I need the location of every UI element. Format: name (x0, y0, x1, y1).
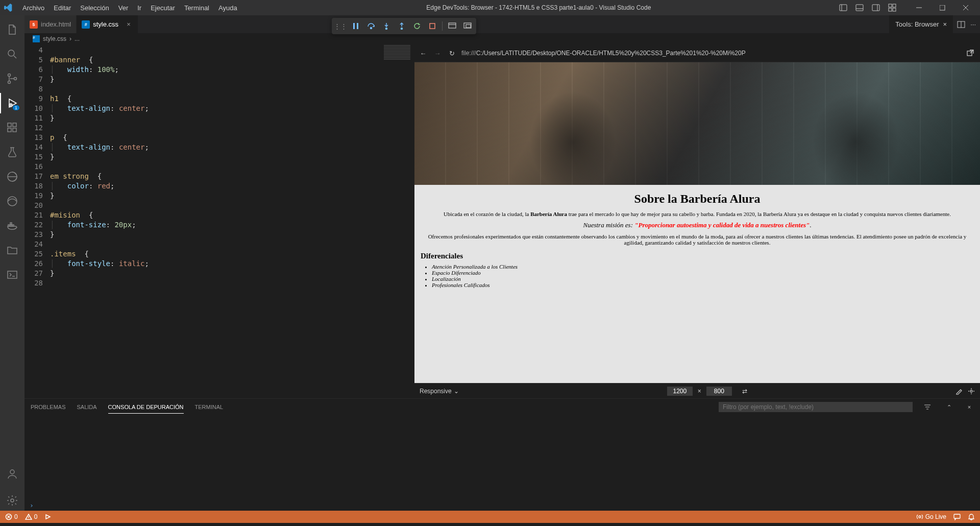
rendered-page[interactable]: Sobre la Barbería Alura Ubicada en el co… (414, 62, 980, 383)
chevron-down-icon: ⌄ (454, 388, 459, 395)
split-editor-icon[interactable] (957, 20, 965, 29)
menu-editar[interactable]: Editar (50, 2, 75, 14)
output-icon[interactable] (0, 265, 24, 285)
layout-toggle-right-icon[interactable] (869, 1, 883, 15)
svg-point-38 (386, 28, 387, 30)
pause-icon[interactable] (350, 20, 361, 32)
svg-rect-2 (856, 5, 863, 11)
layout-toggle-bottom-icon[interactable] (852, 1, 867, 15)
restart-icon[interactable] (411, 20, 423, 32)
menu-ayuda[interactable]: Ayuda (214, 2, 241, 14)
menu-bar: Archivo Editar Selección Ver Ir Ejecutar… (18, 2, 241, 14)
filter-settings-icon[interactable] (924, 403, 933, 411)
tab-index-html[interactable]: 5 index.html (24, 15, 77, 33)
panel-tab-problemas[interactable]: PROBLEMAS (31, 401, 65, 413)
list-item: Profesionales Calificados (432, 282, 980, 288)
line-gutter: 4567891011121314151617181920212223242526… (24, 44, 50, 398)
docker-icon[interactable] (0, 216, 24, 236)
editor-tabs: 5 index.html # style.css × Tools: Browse… (24, 15, 980, 33)
status-golive[interactable]: Go Live (916, 513, 946, 520)
open-devtools-icon[interactable] (447, 20, 458, 32)
breadcrumb[interactable]: # style.css › ... (24, 33, 980, 44)
svg-point-31 (10, 470, 14, 474)
debug-console-input[interactable]: › (24, 499, 980, 511)
close-panel-icon[interactable]: × (965, 404, 974, 410)
status-debug-target[interactable] (44, 513, 52, 520)
step-over-icon[interactable] (365, 20, 377, 32)
svg-point-17 (8, 81, 11, 84)
stop-icon[interactable] (427, 20, 438, 32)
menu-terminal[interactable]: Terminal (180, 2, 213, 14)
code-area[interactable]: #banner {│ width: 100%;} h1 {│ text-alig… (50, 44, 412, 398)
rotate-icon[interactable]: ⇄ (742, 388, 747, 395)
status-errors[interactable]: 0 (5, 513, 18, 520)
code-editor[interactable]: 4567891011121314151617181920212223242526… (24, 44, 412, 398)
settings-icon[interactable] (968, 388, 975, 395)
layout-customize-icon[interactable] (885, 1, 899, 15)
viewport-width-input[interactable] (667, 387, 693, 396)
breadcrumb-file: style.css (43, 35, 66, 42)
back-icon[interactable]: ← (419, 50, 428, 57)
svg-point-39 (401, 28, 403, 30)
menu-seleccion[interactable]: Selección (76, 2, 113, 14)
page-items-list: Atención Personalizada a los Clientes Es… (432, 264, 980, 288)
svg-rect-23 (13, 123, 16, 127)
css-file-icon: # (82, 20, 90, 29)
extensions-icon[interactable] (0, 117, 24, 138)
step-out-icon[interactable] (396, 20, 407, 32)
status-bell-icon[interactable] (968, 513, 975, 520)
close-icon[interactable]: × (125, 20, 133, 28)
tab-devtools-browser[interactable]: Tools: Browser × (889, 15, 953, 33)
status-feedback-icon[interactable] (953, 513, 961, 520)
menu-ver[interactable]: Ver (114, 2, 133, 14)
edge-tools-icon[interactable] (0, 191, 24, 211)
references-icon[interactable] (0, 166, 24, 187)
close-button[interactable] (955, 1, 976, 15)
grip-icon[interactable]: ⋮⋮ (335, 20, 346, 32)
panel-tab-terminal[interactable]: TERMINAL (195, 401, 224, 413)
more-icon[interactable]: ··· (970, 20, 976, 28)
url-bar[interactable]: file:///C:/Users/LATITUDE/Desktop/ONE-OR… (461, 50, 962, 57)
forward-icon[interactable]: → (433, 50, 442, 57)
vscode-icon (4, 4, 12, 12)
svg-point-14 (8, 50, 14, 56)
panel-tab-consola[interactable]: CONSOLA DE DEPURACIÓN (108, 401, 184, 414)
chevron-up-icon[interactable]: ⌃ (944, 404, 953, 411)
menu-ir[interactable]: Ir (133, 2, 145, 14)
minimap[interactable] (382, 44, 412, 398)
panel-body (24, 415, 980, 499)
viewport-height-input[interactable] (706, 387, 732, 396)
open-external-icon[interactable] (967, 50, 976, 57)
svg-rect-7 (893, 4, 896, 7)
layout-toggle-left-icon[interactable] (836, 1, 850, 15)
reload-icon[interactable]: ↻ (447, 50, 456, 57)
responsive-dropdown[interactable]: Responsive⌄ (420, 388, 459, 395)
minimize-button[interactable] (909, 1, 929, 15)
breadcrumb-sep: › (69, 35, 71, 42)
status-warnings[interactable]: 0 (25, 513, 38, 520)
screencast-icon[interactable] (462, 20, 473, 32)
edit-icon[interactable] (955, 388, 963, 395)
tab-style-css[interactable]: # style.css × (77, 15, 138, 33)
svg-rect-9 (893, 8, 896, 11)
dim-separator: × (698, 388, 701, 395)
svg-rect-0 (840, 5, 847, 11)
filter-input[interactable] (719, 402, 913, 412)
close-icon[interactable]: × (943, 20, 947, 28)
maximize-button[interactable] (932, 1, 952, 15)
menu-archivo[interactable]: Archivo (18, 2, 48, 14)
step-into-icon[interactable] (381, 20, 392, 32)
folder-icon[interactable] (0, 240, 24, 260)
source-control-icon[interactable] (0, 68, 24, 89)
search-icon[interactable] (0, 44, 24, 64)
page-paragraph-1: Ubicada en el corazón de la ciudad, la B… (414, 211, 980, 217)
run-debug-icon[interactable]: 1 (0, 93, 24, 113)
testing-icon[interactable] (0, 142, 24, 162)
panel-tab-salida[interactable]: SALIDA (77, 401, 96, 413)
tab-label: Tools: Browser (895, 20, 939, 28)
accounts-icon[interactable] (0, 466, 24, 486)
explorer-icon[interactable] (0, 19, 24, 40)
menu-ejecutar[interactable]: Ejecutar (146, 2, 179, 14)
settings-gear-icon[interactable] (0, 490, 24, 511)
svg-point-37 (371, 28, 372, 29)
